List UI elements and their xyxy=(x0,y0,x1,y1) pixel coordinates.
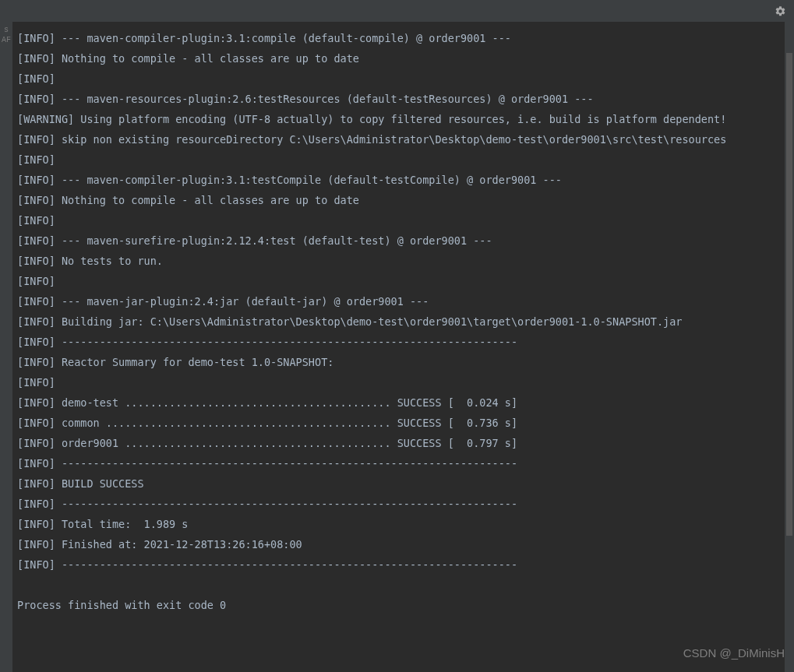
scrollbar-thumb[interactable] xyxy=(786,53,792,536)
console-output-wrap: [INFO] --- maven-compiler-plugin:3.1:com… xyxy=(12,22,794,672)
ide-console-panel: s AF [INFO] --- maven-compiler-plugin:3.… xyxy=(0,0,794,672)
console-output[interactable]: [INFO] --- maven-compiler-plugin:3.1:com… xyxy=(12,22,794,672)
console-gutter: s AF xyxy=(0,22,12,672)
console-text: [INFO] --- maven-compiler-plugin:3.1:com… xyxy=(17,28,791,615)
console-toolbar xyxy=(0,0,794,22)
gear-icon[interactable] xyxy=(774,5,786,17)
console-body: s AF [INFO] --- maven-compiler-plugin:3.… xyxy=(0,22,794,672)
gutter-mark: AF xyxy=(0,35,12,45)
scrollbar-track[interactable] xyxy=(785,22,794,672)
gutter-mark: s xyxy=(0,25,12,35)
